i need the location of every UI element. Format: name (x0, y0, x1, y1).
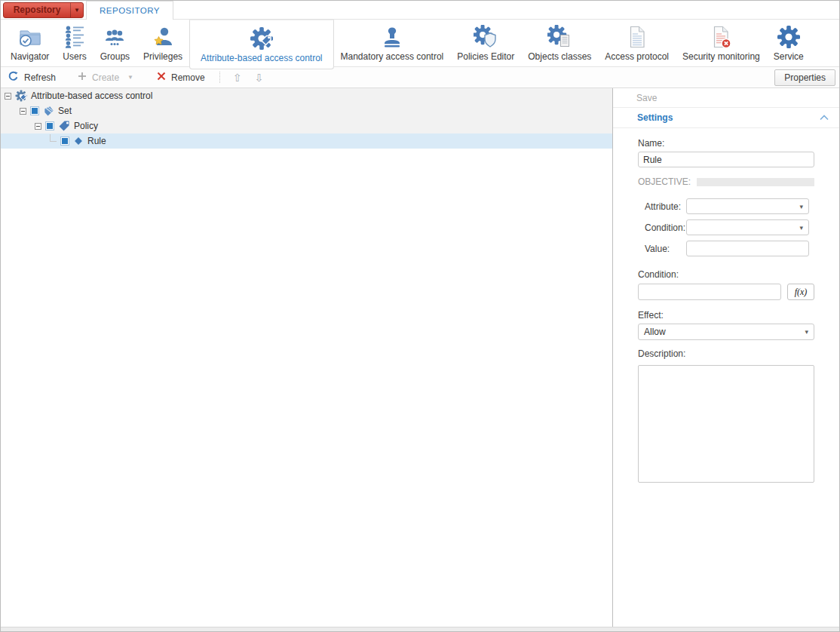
ribbon-item-service[interactable]: Service (767, 20, 811, 66)
description-textarea[interactable] (638, 365, 814, 483)
condition-select[interactable]: ▾ (686, 219, 809, 235)
refresh-icon (8, 71, 19, 84)
condition-dropdown-row: Condition: ▾ (638, 219, 814, 235)
set-icon (43, 106, 54, 117)
ribbon-item-label: Users (63, 51, 86, 62)
tab-label: REPOSITORY (100, 6, 160, 15)
ribbon-item-security-monitoring[interactable]: Security monitoring (676, 20, 767, 66)
objective-label: OBJECTIVE: (638, 176, 691, 187)
access-protocol-icon (625, 24, 649, 49)
value-input[interactable] (686, 241, 809, 256)
ribbon-item-access-protocol[interactable]: Access protocol (598, 20, 676, 66)
tree-node-label: Attribute-based access control (31, 91, 152, 101)
ribbon: Navigator Users (1, 20, 839, 67)
checkbox-checked-icon[interactable] (45, 121, 54, 130)
tab-repository[interactable]: REPOSITORY (86, 1, 173, 20)
ribbon-item-mandatory-access-control[interactable]: Mandatory access control (334, 20, 451, 66)
mandatory-access-control-icon (380, 24, 404, 49)
tree-node-label: Set (58, 106, 72, 116)
repository-menu-label: Repository (4, 5, 70, 15)
remove-x-icon (157, 72, 166, 83)
chevron-down-icon[interactable]: ▼ (127, 74, 133, 81)
tree-node-label: Policy (74, 121, 98, 131)
attribute-based-access-control-icon (250, 26, 274, 51)
function-editor-button[interactable]: f(x) (787, 284, 814, 300)
tree-node-rule[interactable]: Rule (1, 133, 612, 149)
tree-connector (50, 134, 57, 142)
objective-bar (697, 178, 814, 186)
condition-expression-label: Condition: (638, 269, 814, 280)
tree-node-policy[interactable]: Policy (1, 118, 612, 133)
effect-select-value: Allow (644, 327, 666, 337)
chevron-down-icon: ▾ (799, 224, 803, 232)
ribbon-item-navigator[interactable]: Navigator (4, 20, 56, 66)
attribute-field-row: Attribute: ▾ (638, 198, 814, 214)
condition-expression-input[interactable] (638, 284, 781, 300)
chevron-down-icon: ▼ (70, 3, 83, 17)
ribbon-item-label: Access protocol (605, 51, 669, 62)
policy-tag-icon (58, 120, 70, 132)
groups-icon (103, 24, 127, 49)
chevron-up-icon[interactable] (820, 115, 829, 121)
objects-classes-icon (547, 24, 572, 49)
ribbon-item-label: Mandatory access control (341, 51, 444, 62)
ribbon-item-users[interactable]: Users (56, 20, 93, 66)
toolbar: Refresh Create ▼ Remove ⇧ ⇩ Properties (1, 67, 839, 88)
tree-node-attribute-based-access-control[interactable]: Attribute-based access control (1, 88, 612, 103)
condition-dropdown-label: Condition: (645, 222, 686, 233)
app-window: Repository ▼ REPOSITORY Navigator (0, 0, 840, 632)
collapse-toggle-icon[interactable] (20, 108, 26, 115)
service-icon (777, 24, 801, 49)
toolbar-separator (219, 72, 220, 83)
refresh-button[interactable]: Refresh (8, 71, 56, 84)
remove-button[interactable]: Remove (157, 72, 205, 83)
checkbox-checked-icon[interactable] (60, 137, 69, 146)
value-field-row: Value: (638, 241, 814, 256)
ribbon-item-groups[interactable]: Groups (94, 20, 136, 66)
tree-node-set[interactable]: Set (1, 103, 612, 118)
privileges-icon (151, 24, 175, 49)
attribute-select[interactable]: ▾ (686, 198, 809, 214)
effect-select[interactable]: Allow ▾ (638, 324, 814, 340)
ribbon-item-label: Privileges (143, 51, 182, 62)
ribbon-item-label: Navigator (11, 51, 49, 62)
security-monitoring-icon (709, 24, 733, 49)
refresh-label: Refresh (24, 72, 56, 83)
attribute-label: Attribute: (645, 201, 686, 212)
ribbon-item-label: Groups (100, 51, 130, 62)
save-button[interactable]: Save (636, 93, 657, 103)
ribbon-item-attribute-based-access-control[interactable]: Attribute-based access control (189, 20, 333, 69)
settings-section-header[interactable]: Settings (613, 108, 839, 128)
ribbon-item-label: Policies Editor (457, 51, 514, 62)
repository-menu-button[interactable]: Repository ▼ (3, 2, 84, 18)
chevron-down-icon: ▾ (805, 328, 808, 336)
checkbox-checked-icon[interactable] (30, 106, 39, 115)
condition-expression-row: f(x) (638, 284, 814, 300)
up-arrow-icon[interactable]: ⇧ (233, 72, 242, 83)
navigator-icon (18, 24, 42, 49)
create-button[interactable]: Create ▼ (78, 72, 133, 83)
ribbon-item-label: Service (774, 51, 804, 62)
settings-form: Name: OBJECTIVE: Attribute: ▾ Condition: (613, 128, 839, 485)
ribbon-item-label: Security monitoring (682, 51, 760, 62)
name-input[interactable] (638, 152, 814, 167)
collapse-toggle-icon[interactable] (5, 93, 11, 100)
properties-button[interactable]: Properties (774, 69, 835, 86)
remove-label: Remove (171, 72, 205, 83)
ribbon-item-objects-classes[interactable]: Objects classes (521, 20, 598, 66)
ribbon-item-label: Attribute-based access control (201, 53, 322, 63)
description-label: Description: (638, 348, 814, 359)
rule-diamond-icon (73, 136, 84, 146)
chevron-down-icon: ▾ (799, 203, 803, 210)
effect-label: Effect: (638, 310, 814, 321)
properties-panel: Save Settings Name: OBJECTIVE: (613, 88, 839, 627)
ribbon-item-privileges[interactable]: Privileges (136, 20, 189, 66)
save-row: Save (613, 88, 839, 108)
window-bottom-strip (1, 627, 839, 631)
objective-row: OBJECTIVE: (638, 176, 814, 187)
down-arrow-icon[interactable]: ⇩ (254, 72, 263, 83)
gear-tag-icon (15, 90, 27, 102)
collapse-toggle-icon[interactable] (35, 123, 41, 130)
policies-editor-icon (474, 24, 498, 49)
ribbon-item-policies-editor[interactable]: Policies Editor (450, 20, 521, 66)
